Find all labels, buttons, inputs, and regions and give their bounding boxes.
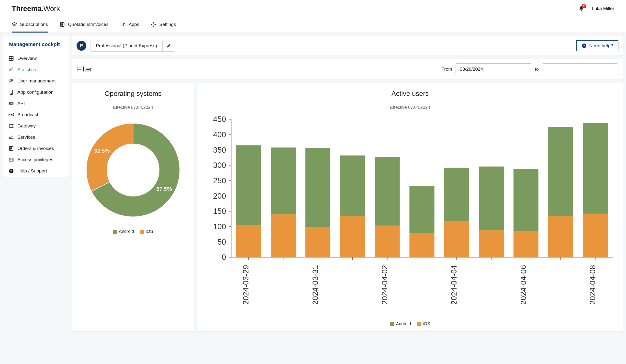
to-date-input[interactable]: [542, 63, 618, 75]
sidebar-item-label: Gateway: [17, 123, 36, 129]
svg-rect-59: [375, 226, 400, 257]
legend-swatch-ios: [140, 230, 144, 234]
sidebar-item-label: Overview: [17, 56, 37, 61]
svg-rect-63: [409, 233, 434, 257]
svg-point-13: [12, 124, 13, 125]
sidebar-item-label: Services: [17, 134, 35, 140]
sidebar-item-broadcast[interactable]: Broadcast: [3, 109, 69, 120]
legend-label: Android: [119, 229, 134, 234]
sidebar-item-label: Broadcast: [17, 112, 39, 118]
svg-rect-60: [375, 157, 400, 226]
svg-text:200: 200: [213, 192, 226, 200]
sidebar-item-access[interactable]: Access privileges: [3, 154, 69, 165]
svg-rect-56: [340, 216, 365, 257]
svg-rect-52: [305, 227, 330, 257]
svg-point-6: [12, 79, 13, 81]
from-label: From: [441, 67, 452, 72]
svg-rect-74: [513, 169, 539, 231]
nav-invoices[interactable]: Quotations/invoices: [60, 17, 109, 33]
svg-text:350: 350: [213, 146, 226, 154]
chart-subtitle: Effective 07.04.2024: [78, 105, 188, 110]
svg-rect-73: [513, 231, 539, 257]
svg-text:?: ?: [583, 44, 585, 48]
svg-text:250: 250: [213, 176, 226, 185]
nav-settings[interactable]: Settings: [151, 17, 176, 33]
sidebar-item-orders[interactable]: Orders & invoices: [3, 143, 69, 154]
bar-legend: Android iOS: [203, 322, 617, 326]
svg-text:300: 300: [213, 161, 226, 169]
from-date-input[interactable]: [456, 63, 531, 75]
sidebar-title: Management cockpit: [3, 36, 69, 53]
svg-text:100: 100: [213, 222, 226, 231]
nav-subscriptions[interactable]: Subscriptions: [12, 17, 48, 33]
svg-point-18: [10, 159, 11, 160]
svg-rect-77: [548, 216, 573, 257]
id-card-icon: [8, 157, 14, 162]
sidebar-item-label: User management: [17, 78, 55, 84]
legend-swatch-ios: [417, 322, 421, 326]
pie-chart: 67.5%32.5%: [78, 115, 188, 225]
chart-title: Active users: [203, 90, 617, 98]
sidebar-item-appconfig[interactable]: App configuration: [3, 87, 69, 98]
legend-label: Android: [396, 322, 411, 326]
sidebar-item-users[interactable]: User management: [3, 75, 69, 87]
sidebar-item-statistics[interactable]: Statistics: [3, 64, 69, 75]
svg-rect-50: [271, 148, 296, 214]
svg-text:67.5%: 67.5%: [156, 186, 172, 192]
svg-point-14: [9, 127, 10, 128]
svg-text:400: 400: [213, 130, 226, 139]
svg-point-3: [153, 24, 154, 25]
filter-bar: Filter From to: [72, 59, 623, 80]
svg-text:2024-04-08: 2024-04-08: [588, 265, 597, 305]
notifications-button[interactable]: 2: [579, 6, 584, 11]
question-circle-icon: ?: [582, 43, 587, 48]
sidebar-item-label: Orders & invoices: [17, 146, 54, 151]
bar-chart: 0501001502002503003504004502024-03-29202…: [203, 115, 617, 318]
nav-label: Subscriptions: [20, 22, 48, 27]
sidebar-item-help[interactable]: ? Help / Support: [3, 165, 69, 177]
svg-rect-2: [124, 24, 125, 26]
sidebar-item-api[interactable]: API API: [3, 98, 69, 109]
plan-edit-button[interactable]: [162, 40, 175, 51]
help-icon: ?: [8, 168, 14, 174]
sidebar-item-services[interactable]: Services: [3, 132, 69, 143]
svg-text:2024-04-02: 2024-04-02: [380, 265, 389, 305]
pencil-icon: [166, 43, 171, 48]
grid-icon: [8, 56, 14, 61]
svg-point-5: [10, 79, 11, 81]
sidebar-item-label: API: [17, 101, 25, 106]
layers-icon: [12, 22, 17, 27]
svg-text:API: API: [10, 103, 13, 105]
svg-text:?: ?: [10, 169, 12, 173]
chart-icon: [8, 67, 14, 72]
page-header: P Professional (Planet Express) ? Need h…: [72, 36, 623, 56]
broadcast-icon: [8, 112, 14, 118]
svg-rect-57: [340, 156, 365, 216]
user-menu[interactable]: Luka Miller: [592, 6, 614, 11]
svg-text:450: 450: [213, 115, 226, 123]
svg-text:2024-04-04: 2024-04-04: [449, 265, 458, 305]
nav-apps[interactable]: Apps: [120, 17, 139, 33]
svg-rect-70: [479, 230, 504, 257]
topbar: Threema.Work 2 Luka Miller: [0, 0, 626, 17]
svg-point-11: [11, 114, 12, 115]
svg-text:2024-03-29: 2024-03-29: [241, 265, 250, 305]
legend-label: iOS: [146, 229, 153, 234]
need-help-button[interactable]: ? Need help?: [576, 40, 618, 51]
nav-label: Apps: [129, 22, 139, 27]
sidebar-item-gateway[interactable]: Gateway: [3, 120, 69, 132]
plan-name: Professional (Planet Express): [90, 40, 162, 51]
svg-rect-64: [409, 186, 434, 233]
chart-subtitle: Effective 07.04.2024: [203, 105, 617, 110]
svg-text:32.5%: 32.5%: [94, 148, 110, 154]
document-icon: [60, 22, 65, 27]
sidebar-item-label: App configuration: [17, 89, 54, 95]
sidebar-item-overview[interactable]: Overview: [3, 53, 69, 64]
svg-text:2024-04-06: 2024-04-06: [519, 265, 528, 305]
svg-point-15: [12, 127, 13, 128]
svg-rect-17: [9, 158, 13, 162]
phone-gear-icon: [8, 89, 14, 95]
legend-label: iOS: [423, 322, 430, 326]
sidebar-item-label: Statistics: [17, 67, 36, 72]
gear-icon: [151, 22, 156, 27]
